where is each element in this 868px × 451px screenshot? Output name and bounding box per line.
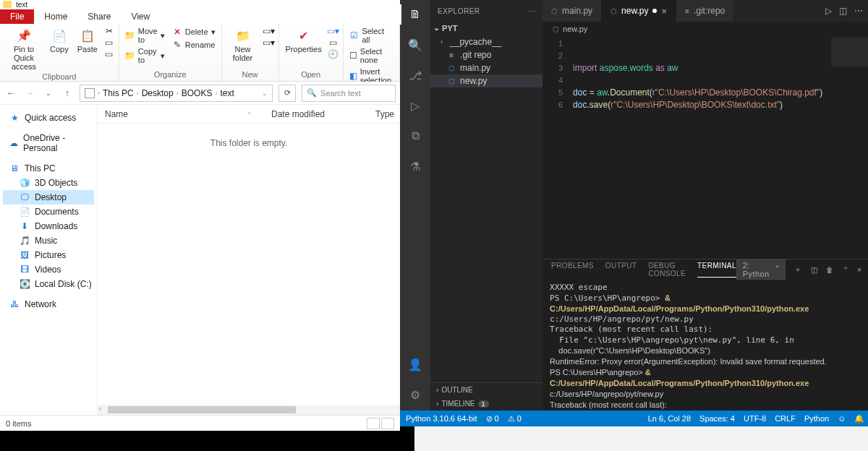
more-icon[interactable]: ⋯ [528, 7, 536, 15]
status-language[interactable]: Python [804, 414, 829, 423]
new-item-icon[interactable]: ▭▾ [264, 26, 274, 36]
terminal-select[interactable]: 2: Python [736, 259, 786, 280]
tree-pycache[interactable]: ›__pycache__ [430, 35, 542, 48]
run-icon[interactable]: ▷ [825, 6, 832, 16]
breadcrumb[interactable]: ⬡new.py [542, 22, 868, 36]
cut-icon[interactable]: ✂ [104, 26, 114, 36]
horizontal-scrollbar[interactable]: ‹ [98, 405, 400, 415]
nav-this-pc[interactable]: 🖥This PC [3, 161, 94, 176]
large-icons-view-icon[interactable] [381, 418, 394, 429]
scroll-left-icon[interactable]: ‹ [99, 405, 101, 413]
open-icon[interactable]: ▭▾ [328, 26, 339, 36]
outline-section[interactable]: ›OUTLINE [430, 383, 542, 397]
tree-main[interactable]: ⬡main.py [430, 61, 542, 74]
column-headers[interactable]: Name Date modified Type [98, 105, 400, 124]
tab-file[interactable]: File [0, 9, 34, 24]
details-view-icon[interactable] [367, 418, 380, 429]
terminal-output[interactable]: XXXXX escape PS C:\Users\HP\angrepo> & C… [542, 280, 868, 411]
status-python[interactable]: Python 3.10.6 64-bit [406, 414, 477, 423]
easy-access-icon[interactable]: ▭▾ [264, 38, 274, 48]
project-root[interactable]: ⌄PYT [430, 22, 542, 34]
crumb-text[interactable]: text [220, 88, 234, 98]
breadcrumb[interactable]: › This PC› Desktop› BOOKS› text ⌄ [80, 85, 273, 102]
move-to-button[interactable]: 📁Move to ▾ [124, 26, 166, 45]
select-none-button[interactable]: ☐Select none [348, 46, 395, 65]
status-warnings[interactable]: ⚠ 0 [508, 414, 522, 424]
status-eol[interactable]: CRLF [775, 414, 796, 423]
kill-terminal-icon[interactable]: 🗑 [826, 266, 833, 274]
nav-pictures[interactable]: 🖼Pictures [3, 248, 94, 262]
recent-button[interactable]: ⌄ [42, 87, 55, 100]
search-input[interactable]: 🔍 Search text [302, 85, 396, 102]
nav-local-disk[interactable]: 💽Local Disk (C:) [3, 277, 94, 291]
panel-tab-debug[interactable]: DEBUG CONSOLE [648, 262, 686, 278]
copy-to-button[interactable]: 📁Copy to ▾ [124, 46, 166, 65]
panel-tab-output[interactable]: OUTPUT [605, 262, 637, 278]
code-editor[interactable]: 123456 import aspose.words as aw doc = a… [542, 36, 868, 259]
close-icon[interactable]: × [661, 6, 667, 17]
panel-tab-problems[interactable]: PROBLEMS [551, 262, 594, 278]
source-control-icon[interactable]: ⎇ [407, 66, 424, 84]
crumb-books[interactable]: BOOKS [182, 88, 213, 98]
paste-button[interactable]: 📋Paste [75, 26, 100, 55]
pin-quick-access-button[interactable]: 📌Pin to Quick access [4, 26, 43, 72]
select-all-button[interactable]: ☑Select all [348, 26, 395, 45]
nav-downloads[interactable]: ⬇Downloads [3, 219, 94, 233]
maximize-panel-icon[interactable]: ⌃ [843, 266, 848, 274]
explorer-icon[interactable]: 🗎 [407, 6, 424, 23]
edit-icon[interactable]: ▭ [328, 38, 339, 48]
col-type[interactable]: Type [351, 109, 394, 119]
extensions-icon[interactable]: ⧉ [407, 127, 424, 145]
title-bar[interactable]: text [0, 0, 400, 9]
minimap[interactable] [831, 38, 868, 66]
back-button[interactable]: ← [4, 87, 17, 100]
scrollbar-thumb[interactable] [108, 406, 296, 413]
delete-button[interactable]: ✕Delete ▾ [171, 26, 217, 38]
rename-button[interactable]: ✎Rename [171, 39, 217, 51]
nav-onedrive[interactable]: ☁OneDrive - Personal [3, 131, 94, 155]
copy-button[interactable]: 📄Copy [48, 26, 71, 55]
status-encoding[interactable]: UTF-8 [744, 414, 766, 423]
code-content[interactable]: import aspose.words as aw doc = aw.Docum… [569, 36, 868, 259]
tab-gitrepo[interactable]: ≡.git:repo [676, 0, 734, 22]
timeline-section[interactable]: ›TIMELINE1 [430, 397, 542, 411]
crumb-desktop[interactable]: Desktop [142, 88, 174, 98]
status-bell-icon[interactable]: 🔔 [854, 414, 864, 424]
crumb-thispc[interactable]: This PC [103, 88, 134, 98]
tab-view[interactable]: View [121, 9, 160, 24]
tree-new[interactable]: ⬡new.py [430, 74, 542, 87]
tab-new[interactable]: ⬡new.py× [602, 0, 676, 22]
nav-3d-objects[interactable]: 🧊3D Objects [3, 176, 94, 190]
testing-icon[interactable]: ⚗ [407, 158, 424, 175]
status-spaces[interactable]: Spaces: 4 [699, 414, 735, 423]
panel-tab-terminal[interactable]: TERMINAL [697, 262, 736, 278]
tab-main[interactable]: ⬡main.py [542, 0, 602, 22]
copy-path-icon[interactable]: ▭ [104, 38, 114, 48]
refresh-button[interactable]: ⟳ [278, 85, 296, 102]
new-folder-button[interactable]: 📁New folder [226, 26, 260, 64]
nav-desktop[interactable]: 🖵Desktop [3, 190, 94, 205]
tab-share[interactable]: Share [77, 9, 121, 24]
more-icon[interactable]: ⋯ [854, 6, 863, 16]
nav-quick-access[interactable]: ★Quick access [3, 111, 94, 125]
search-icon[interactable]: 🔍 [407, 36, 424, 53]
status-line-col[interactable]: Ln 6, Col 28 [648, 414, 691, 423]
status-feedback-icon[interactable]: ☺ [838, 414, 846, 423]
settings-icon[interactable]: ⚙ [407, 386, 424, 403]
split-icon[interactable]: ◫ [839, 6, 847, 16]
tree-gitrepo[interactable]: ≡.git repo [430, 48, 542, 61]
run-debug-icon[interactable]: ▷ [407, 97, 424, 114]
status-errors[interactable]: ⊘ 0 [486, 414, 499, 424]
nav-documents[interactable]: 📄Documents [3, 205, 94, 219]
properties-button[interactable]: ✔Properties [284, 26, 324, 55]
paste-shortcut-icon[interactable]: ▭ [104, 49, 114, 59]
nav-music[interactable]: 🎵Music [3, 233, 94, 248]
nav-network[interactable]: 🖧Network [3, 297, 94, 312]
nav-videos[interactable]: 🎞Videos [3, 262, 94, 277]
col-name[interactable]: Name [98, 109, 264, 119]
new-terminal-icon[interactable]: ＋ [794, 265, 801, 275]
account-icon[interactable]: 👤 [407, 356, 424, 373]
forward-button[interactable]: → [23, 87, 36, 100]
up-button[interactable]: ↑ [61, 87, 74, 100]
close-panel-icon[interactable]: × [857, 266, 861, 274]
